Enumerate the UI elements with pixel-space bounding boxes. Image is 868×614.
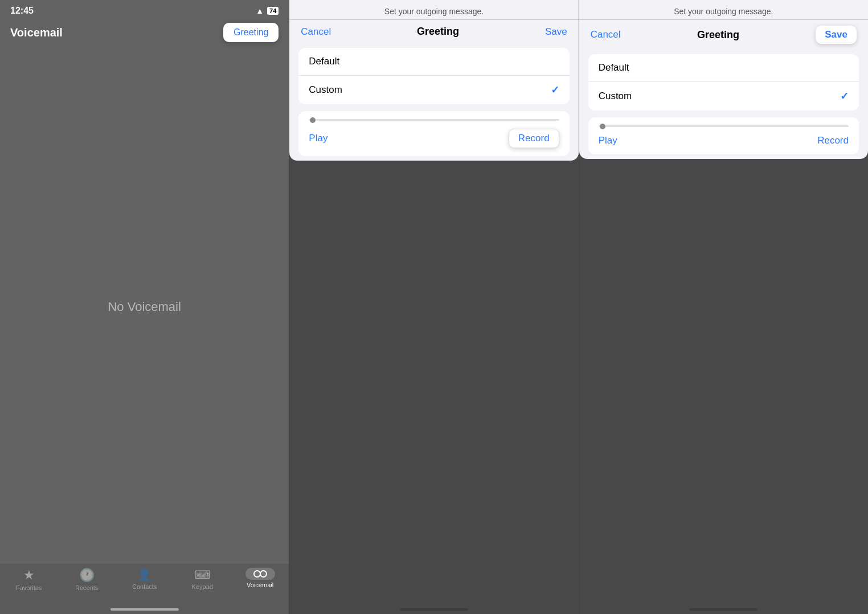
- option-default-label-2: Default: [309, 56, 339, 67]
- status-icons: ▲ 74: [256, 6, 279, 15]
- voicemail-icon: [245, 568, 275, 580]
- greeting-sheet-3: Set your outgoing message. Cancel Greeti…: [579, 0, 868, 159]
- cancel-button-2[interactable]: Cancel: [301, 26, 331, 38]
- checkmark-2: ✓: [551, 84, 559, 96]
- tab-recents[interactable]: 🕐 Recents: [58, 568, 115, 591]
- no-voicemail-text: No Voicemail: [108, 300, 181, 314]
- greeting-title-3: Greeting: [697, 29, 739, 41]
- checkmark-3: ✓: [840, 90, 849, 103]
- recents-label: Recents: [75, 584, 98, 591]
- greeting-nav-2: Cancel Greeting Save: [289, 20, 578, 43]
- progress-bar-3: [599, 125, 849, 127]
- record-button-3[interactable]: Record: [817, 135, 849, 146]
- player-controls-3: Play Record: [599, 135, 849, 146]
- tab-keypad[interactable]: ⌨ Keypad: [173, 568, 231, 590]
- tab-favorites[interactable]: ★ Favorites: [0, 568, 58, 591]
- save-button-3[interactable]: Save: [816, 26, 857, 44]
- option-custom-2[interactable]: Custom ✓: [298, 76, 569, 104]
- battery-indicator: 74: [267, 7, 279, 15]
- player-controls-2: Play Record: [309, 129, 559, 148]
- greeting-subtitle-2: Set your outgoing message.: [289, 0, 578, 19]
- greeting-subtitle-3: Set your outgoing message.: [579, 0, 868, 19]
- progress-dot-3: [600, 124, 605, 129]
- favorites-label: Favorites: [16, 584, 42, 591]
- progress-bar-2: [309, 119, 559, 121]
- tab-contacts[interactable]: 👤 Contacts: [116, 568, 173, 590]
- play-button-2[interactable]: Play: [309, 133, 327, 144]
- wifi-icon: ▲: [256, 6, 264, 15]
- keypad-icon: ⌨: [194, 568, 211, 582]
- greeting-title-2: Greeting: [417, 26, 459, 38]
- options-list-3: Default Custom ✓: [588, 54, 859, 110]
- home-indicator: [110, 608, 179, 611]
- keypad-label: Keypad: [191, 583, 212, 590]
- option-default-2[interactable]: Default: [298, 48, 569, 76]
- option-custom-3[interactable]: Custom ✓: [588, 82, 859, 110]
- cancel-button-3[interactable]: Cancel: [591, 29, 621, 40]
- greeting-sheet-2: Set your outgoing message. Cancel Greeti…: [289, 0, 578, 161]
- tab-bar: ★ Favorites 🕐 Recents 👤 Contacts ⌨ Keypa…: [0, 563, 289, 614]
- favorites-icon: ★: [23, 568, 35, 583]
- voicemail-title: Voicemail: [10, 26, 63, 39]
- option-default-label-3: Default: [599, 62, 629, 73]
- greeting-panel-save: 12:45 ▲ 74 Set your outgoing message. Ca…: [579, 0, 868, 614]
- contacts-label: Contacts: [132, 583, 157, 590]
- tab-voicemail[interactable]: Voicemail: [231, 568, 289, 588]
- save-button-2[interactable]: Save: [545, 26, 567, 38]
- option-custom-label-3: Custom: [599, 91, 632, 102]
- options-list-2: Default Custom ✓: [298, 48, 569, 104]
- status-time: 12:45: [10, 6, 34, 16]
- option-default-3[interactable]: Default: [588, 54, 859, 82]
- status-bar: 12:45 ▲ 74: [0, 0, 289, 18]
- option-custom-label-2: Custom: [309, 84, 342, 96]
- record-button-2[interactable]: Record: [509, 129, 559, 148]
- play-button-3[interactable]: Play: [599, 135, 617, 146]
- player-section-3: Play Record: [588, 117, 859, 154]
- player-section-2: Play Record: [298, 111, 569, 156]
- contacts-icon: 👤: [137, 568, 152, 582]
- greeting-panel-record: 12:45 ▲ 74 Set your outgoing message. Ca…: [289, 0, 578, 614]
- greeting-button[interactable]: Greeting: [223, 23, 279, 42]
- voicemail-panel: 12:45 ▲ 74 Voicemail Greeting No Voicema…: [0, 0, 289, 614]
- voicemail-tab-label: Voicemail: [247, 582, 273, 588]
- recents-icon: 🕐: [79, 568, 95, 583]
- greeting-nav-3: Cancel Greeting Save: [579, 20, 868, 50]
- progress-dot-2: [310, 117, 316, 123]
